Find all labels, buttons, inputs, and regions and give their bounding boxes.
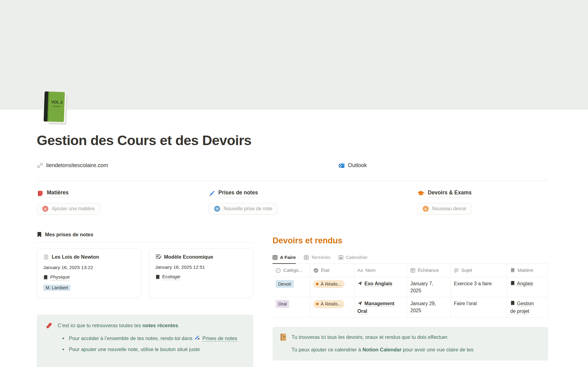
add-matiere-label: Ajouter une matière xyxy=(52,206,95,212)
select-property-icon xyxy=(276,268,281,273)
table-view-icon xyxy=(273,255,277,260)
column-matieres: Matières + Ajouter une matière xyxy=(37,189,209,215)
note-card-subject: Ecologie xyxy=(162,274,180,280)
page-properties: liendetonsitescolaire.com Outlook xyxy=(37,162,548,171)
prises-title: Prises de notes xyxy=(218,189,258,197)
column-prises: Prises de notes + Nouvelle prise de note xyxy=(209,189,417,215)
notes-section-header[interactable]: Mes prises de notes xyxy=(37,232,93,238)
tab-label: Calendrier xyxy=(346,255,368,260)
homework-heading: Devoirs et rendus xyxy=(273,236,548,245)
column-header-echeance[interactable]: Échéance xyxy=(407,264,451,277)
site-link-label: liendetonsitescolaire.com xyxy=(46,162,108,169)
outlook-link[interactable]: Outlook xyxy=(339,162,367,169)
book-property-icon xyxy=(510,268,515,273)
notes-callout-line1: C’est ici que tu retrouveras toutes tes … xyxy=(58,321,237,329)
homework-table: Catégo... État Aa Nom xyxy=(273,264,548,318)
page-icon-green-book[interactable]: VOL 2 xyxy=(40,91,71,125)
column-header-categorie[interactable]: Catégo... xyxy=(273,264,310,277)
quick-sections: Matières + Ajouter une matière Prises de… xyxy=(37,189,548,215)
devoirs-database-link[interactable]: Devoirs & Exams xyxy=(417,189,472,197)
blue-pencil-icon xyxy=(209,190,215,197)
book-icon xyxy=(43,275,48,280)
paper-plane-icon xyxy=(357,281,363,288)
book-icon xyxy=(510,281,515,288)
notebook-icon xyxy=(279,333,287,354)
calendar-view-icon xyxy=(338,255,343,260)
column-header-sujet[interactable]: Sujet xyxy=(451,264,507,277)
paper-plane-icon xyxy=(357,301,363,308)
notes-callout-list: Pour accéder à l’ensemble de tes notes, … xyxy=(58,334,237,353)
page-mention-pencil-icon xyxy=(194,335,200,343)
view-tabs: A Faire Terminés Calendrier xyxy=(273,255,548,264)
cell-due-date[interactable]: January 29, 2025 xyxy=(407,297,451,318)
prises-de-notes-link[interactable]: Prises de notes xyxy=(202,335,237,342)
add-matiere-button[interactable]: + Ajouter une matière xyxy=(37,203,100,215)
cell-subject-note[interactable]: Exercice 3 a faire xyxy=(451,277,507,297)
category-tag: Devoir xyxy=(276,280,294,288)
book-icon xyxy=(155,275,160,280)
add-devoir-button[interactable]: + Nouveau devoir xyxy=(417,203,472,215)
note-card-subject: Physique xyxy=(50,274,70,280)
homework-column: Devoirs et rendus A Faire Terminés xyxy=(273,232,548,367)
add-devoir-label: Nouveau devoir xyxy=(432,206,466,212)
tab-a-faire[interactable]: A Faire xyxy=(273,255,296,264)
book-icon xyxy=(510,301,515,308)
tab-calendrier[interactable]: Calendrier xyxy=(338,255,368,264)
cell-category[interactable]: Oral xyxy=(273,297,310,318)
notes-callout-bullet-2: Pour ajouter une nouvelle note, utilise … xyxy=(68,345,237,353)
divider xyxy=(37,181,548,181)
cell-category[interactable]: Devoir xyxy=(273,277,310,297)
matieres-database-link[interactable]: Matières xyxy=(37,189,69,197)
cell-matiere[interactable]: Gestion de projet xyxy=(507,297,548,318)
cell-status[interactable]: À Réalis... xyxy=(310,297,354,318)
page-title[interactable]: Gestion des Cours et des Devoirs xyxy=(37,110,548,149)
tab-termines[interactable]: Terminés xyxy=(304,255,330,264)
column-header-matiere[interactable]: Matière xyxy=(507,264,548,277)
notes-section-title: Mes prises de notes xyxy=(45,232,93,238)
cell-subject-note[interactable]: Faire l’oral xyxy=(451,297,507,318)
note-card-economique[interactable]: Modèle Economique January 16, 2025 12:51… xyxy=(149,248,254,298)
column-header-nom[interactable]: Aa Nom xyxy=(354,264,407,277)
note-card-date: January 16, 2025 12:51 xyxy=(155,264,247,270)
memo-icon xyxy=(155,254,161,260)
red-book-icon xyxy=(37,190,43,197)
status-property-icon xyxy=(313,268,318,273)
plus-icon-red: + xyxy=(42,206,48,212)
note-card-subject-link[interactable]: Physique xyxy=(43,274,70,280)
homework-callout: Tu trouveras ici tous les devoirs, oraux… xyxy=(273,327,548,361)
cell-status[interactable]: À Réalis... xyxy=(310,277,354,297)
page-content: VOL 2 Gestion des Cours et des Devoirs l… xyxy=(37,110,548,367)
matieres-title: Matières xyxy=(47,189,69,197)
status-dot xyxy=(316,303,318,305)
cell-name[interactable]: Exo Anglais xyxy=(354,277,407,297)
cell-matiere[interactable]: Anglais xyxy=(507,277,548,297)
add-note-button[interactable]: + Nouvelle prise de note xyxy=(209,203,278,215)
bookmark-icon xyxy=(37,232,42,238)
notes-divider xyxy=(37,242,253,243)
cell-name[interactable]: Management Oral xyxy=(354,297,407,318)
green-book-icon: VOL 2 xyxy=(40,91,71,125)
page-icon xyxy=(43,254,49,260)
tab-label: A Faire xyxy=(280,255,296,260)
add-note-label: Nouvelle prise de note xyxy=(224,206,272,212)
column-header-etat[interactable]: État xyxy=(310,264,354,277)
plus-icon-blue: + xyxy=(214,206,220,212)
svg-text:VOL 2: VOL 2 xyxy=(51,99,63,104)
homework-callout-line2: Tu peux ajouter ce calendrier à Notion C… xyxy=(292,346,473,354)
text-property-icon xyxy=(454,268,459,273)
status-dot xyxy=(316,283,318,285)
graduation-cap-icon xyxy=(417,190,424,197)
site-link[interactable]: liendetonsitescolaire.com xyxy=(37,162,108,169)
table-view-icon xyxy=(304,255,309,260)
note-card-subject-link[interactable]: Ecologie xyxy=(155,274,180,280)
prises-database-link[interactable]: Prises de notes xyxy=(209,189,258,197)
link-icon xyxy=(37,162,43,169)
notes-callout-bullet-1: Pour accéder à l’ensemble de tes notes, … xyxy=(68,334,237,343)
note-card-newton[interactable]: Les Lois de Newton January 16, 2025 13:2… xyxy=(37,248,141,298)
outlook-icon xyxy=(339,163,345,169)
tab-label: Terminés xyxy=(311,255,330,260)
status-tag: À Réalis... xyxy=(313,300,345,308)
cell-due-date[interactable]: January 7, 2025 xyxy=(407,277,451,297)
note-card-date: January 16, 2025 13:22 xyxy=(43,265,135,270)
main-two-columns: Mes prises de notes Les Lois de Newton J… xyxy=(37,232,548,367)
